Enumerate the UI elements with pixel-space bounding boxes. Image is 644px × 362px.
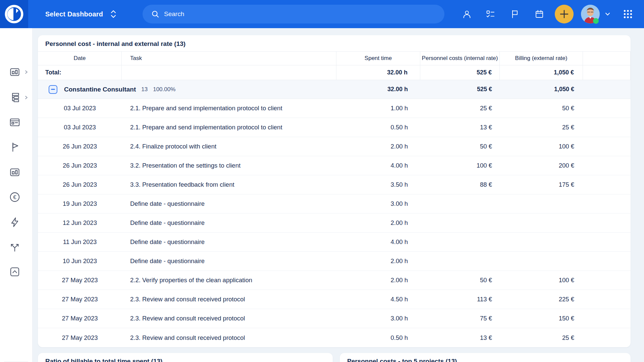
row-date: 11 Jun 2023	[38, 233, 122, 251]
table-row: 19 Jun 2023 Define date - questionnaire …	[38, 194, 631, 214]
table-row: 26 Jun 2023 2.4. Finalize protocol with …	[38, 137, 631, 156]
row-spent-time: 2.00 h	[336, 271, 420, 290]
top-bar: Select Dashboard	[0, 0, 644, 28]
calendar-icon[interactable]	[535, 10, 544, 18]
box-chevron-up-icon[interactable]	[9, 266, 20, 277]
total-internal-cost: 525 €	[420, 65, 500, 80]
row-task: Define date - questionnaire	[122, 252, 336, 270]
personnel-cost-card: Personnel cost - internal and external r…	[38, 35, 631, 347]
row-spent-time: 2.00 h	[336, 252, 420, 270]
table-row: 10 Jun 2023 Define date - questionnaire …	[38, 252, 631, 271]
window-icon[interactable]	[9, 117, 20, 128]
row-date: 26 Jun 2023	[38, 137, 122, 156]
chevron-right-icon[interactable]	[24, 96, 28, 100]
row-internal-cost	[420, 214, 500, 232]
row-date: 27 May 2023	[38, 328, 122, 347]
row-task: 2.3. Review and consult received protoco…	[122, 309, 336, 328]
row-task: Define date - questionnaire	[122, 194, 336, 213]
row-internal-cost: 88 €	[420, 175, 500, 194]
online-status-dot	[593, 18, 599, 24]
row-billing: 200 €	[500, 156, 583, 175]
dashboard-icon[interactable]	[9, 167, 20, 178]
tasks-icon[interactable]	[486, 10, 495, 18]
row-empty	[583, 175, 631, 194]
column-header-date: Date	[38, 52, 122, 65]
chevron-down-icon[interactable]	[605, 12, 610, 16]
table-row: 12 Jun 2023 Define date - questionnaire …	[38, 214, 631, 233]
euro-icon[interactable]: €	[9, 192, 20, 202]
group-internal-cost: 525 €	[420, 80, 500, 99]
row-spent-time: 4.00 h	[336, 233, 420, 251]
table-row: 27 May 2023 2.3. Review and consult rece…	[38, 328, 631, 347]
group-billing: 1,050 €	[500, 80, 583, 99]
collapse-group-button[interactable]	[49, 85, 57, 94]
dashboard-selector[interactable]: Select Dashboard	[45, 0, 116, 28]
chevron-right-icon[interactable]	[24, 70, 28, 74]
table-row: 11 Jun 2023 Define date - questionnaire …	[38, 233, 631, 252]
row-empty	[583, 290, 631, 309]
table-row: 27 May 2023 2.2. Verify properties of th…	[38, 271, 631, 290]
row-billing: 150 €	[500, 309, 583, 328]
card-title: Personnel costs - top 5 projects (13)	[340, 353, 631, 362]
flag-icon[interactable]	[511, 10, 519, 18]
row-internal-cost: 100 €	[420, 156, 500, 175]
row-task: 3.2. Presentation of the settings to cli…	[122, 156, 336, 175]
table-rows: 03 Jul 2023 2.1. Prepare and send implem…	[38, 99, 631, 347]
user-icon[interactable]	[463, 10, 471, 18]
group-percent: 100.00%	[153, 86, 175, 93]
row-internal-cost: 113 €	[420, 290, 500, 309]
lightning-icon[interactable]	[9, 217, 20, 228]
group-row-consultant: Constantine Consultant 13 100.00% 32.00 …	[38, 80, 631, 99]
row-billing: 225 €	[500, 290, 583, 309]
row-empty	[583, 194, 631, 213]
dashboard-icon[interactable]	[9, 67, 20, 77]
row-billing: 25 €	[500, 118, 583, 137]
row-spent-time: 2.00 h	[336, 137, 420, 156]
row-empty	[583, 99, 631, 118]
search-input[interactable]	[164, 10, 426, 18]
table-row: 26 Jun 2023 3.2. Presentation of the set…	[38, 156, 631, 175]
pennant-flag-icon[interactable]	[9, 142, 20, 153]
total-spent-time: 32.00 h	[336, 65, 420, 80]
search-bar[interactable]	[143, 5, 444, 23]
plus-icon	[559, 9, 569, 19]
row-spent-time: 0.50 h	[336, 328, 420, 347]
row-date: 27 May 2023	[38, 271, 122, 290]
row-internal-cost: 50 €	[420, 137, 500, 156]
split-arrows-icon[interactable]	[9, 242, 20, 252]
add-button[interactable]	[555, 5, 574, 23]
row-internal-cost	[420, 233, 500, 251]
row-task: 2.1. Prepare and send implementation pro…	[122, 99, 336, 118]
row-empty	[583, 328, 631, 347]
row-date: 27 May 2023	[38, 290, 122, 309]
row-empty	[583, 233, 631, 251]
row-internal-cost: 25 €	[420, 99, 500, 118]
row-task: 2.1. Prepare and send implementation pro…	[122, 118, 336, 137]
row-spent-time: 1.00 h	[336, 99, 420, 118]
apps-grid-icon[interactable]	[623, 9, 633, 19]
row-spent-time: 2.00 h	[336, 214, 420, 232]
search-icon	[151, 10, 159, 18]
row-spent-time: 0.50 h	[336, 118, 420, 137]
table-row: 26 Jun 2023 3.3. Presentation feedback f…	[38, 175, 631, 194]
table-row: 27 May 2023 2.3. Review and consult rece…	[38, 309, 631, 328]
group-name: Constantine Consultant	[64, 86, 136, 93]
column-header-billing: Billing (external rate)	[500, 52, 583, 65]
table-row: 03 Jul 2023 2.1. Prepare and send implem…	[38, 118, 631, 137]
row-internal-cost: 13 €	[420, 118, 500, 137]
personnel-top5-card: Personnel costs - top 5 projects (13)	[340, 353, 631, 362]
row-billing: 175 €	[500, 175, 583, 194]
row-task: Define date - questionnaire	[122, 233, 336, 251]
row-empty	[583, 137, 631, 156]
tree-icon[interactable]	[9, 92, 20, 103]
row-billing: 100 €	[500, 137, 583, 156]
card-title: Ratio of billable to total time spent (1…	[38, 353, 333, 362]
row-task: 2.4. Finalize protocol with client	[122, 137, 336, 156]
app-logo[interactable]	[0, 0, 28, 28]
row-empty	[583, 214, 631, 232]
row-spent-time: 3.00 h	[336, 309, 420, 328]
row-billing: 100 €	[500, 271, 583, 290]
total-row: Total: 32.00 h 525 € 1,050 €	[38, 65, 631, 80]
row-date: 03 Jul 2023	[38, 118, 122, 137]
row-task: 2.3. Review and consult received protoco…	[122, 328, 336, 347]
